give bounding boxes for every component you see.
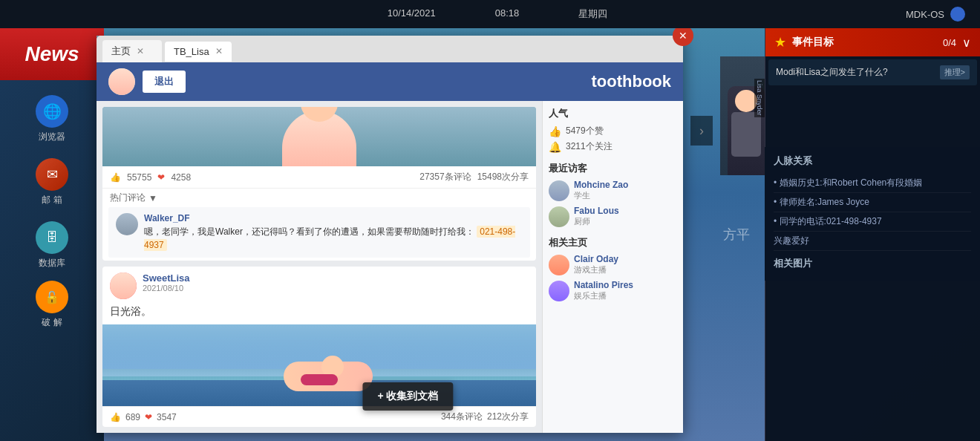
- tab-tb-lisa-close[interactable]: ✕: [215, 46, 223, 56]
- top-bar: 10/14/2021 08:18 星期四 MDK-OS: [0, 0, 980, 28]
- sidebar-hack[interactable]: 🔓 破 解: [36, 281, 68, 329]
- relations-title: 人脉关系: [774, 154, 971, 168]
- time-display: 08:18: [495, 7, 520, 21]
- relation-hobbies-text: 兴趣爱好: [774, 235, 809, 246]
- news-label: News: [24, 42, 79, 66]
- mail-icon: ✉: [36, 158, 68, 191]
- collect-button[interactable]: + 收集到文档: [362, 382, 453, 411]
- visitor-1-name: Mohcine Zao: [574, 180, 677, 190]
- toothbook-feed[interactable]: 👍 55755 ❤ 4258 27357条评论 15498次分享 热门评论 ▼: [97, 101, 542, 433]
- popularity-section: 人气 👍 5479个赞 🔔 3211个关注: [549, 107, 677, 153]
- visitor-1-info: Mohcine Zao 学生: [574, 180, 677, 201]
- post-1-shares: 15498次分享: [477, 171, 529, 183]
- date-display: 10/14/2021: [388, 7, 436, 21]
- visitor-2-info: Fabu Lous 厨师: [574, 206, 677, 227]
- event-chevron-icon[interactable]: ∨: [962, 36, 971, 50]
- post2-like-icon: 👍: [110, 412, 121, 422]
- sidebar-mail[interactable]: ✉ 邮 箱: [36, 158, 68, 206]
- post-2-image: [102, 324, 536, 406]
- relation-lawyer[interactable]: • 律师姓名:James Joyce: [774, 193, 971, 212]
- post-1: 👍 55755 ❤ 4258 27357条评论 15498次分享 热门评论 ▼: [102, 107, 536, 261]
- visitor-2-name: Fabu Lous: [574, 206, 677, 216]
- tab-home[interactable]: 主页 ✕: [102, 40, 162, 62]
- db-label: 数据库: [39, 257, 65, 270]
- toothbook-header: 退出 toothbook: [97, 62, 683, 101]
- relation-dot-2: •: [774, 197, 777, 207]
- tab-home-close[interactable]: ✕: [137, 46, 144, 56]
- browser-tabs: 主页 ✕ TB_Lisa ✕: [97, 36, 683, 62]
- mail-label: 邮 箱: [42, 194, 62, 206]
- left-sidebar: News 🌐 浏览器 ✉ 邮 箱 🗄 数据库 🔓: [0, 28, 104, 441]
- relation-classmate-text: 同学的电话:021-498-4937: [780, 216, 882, 226]
- visitor-2-avatar: [549, 206, 569, 227]
- event-header: ★ 事件目标 0/4 ∨: [765, 28, 980, 56]
- comment-body: Walker_DF 嗯，老同学，我是Walker，还记得吗？看到了你的遭遇，如果…: [144, 213, 523, 252]
- post-1-comments: 27357条评论: [419, 171, 471, 183]
- arrow-icon: ›: [699, 123, 704, 139]
- related-pages-section: 相关主页 Clair Oday 游戏主播 Natalino Pires 娱乐主播: [549, 236, 677, 301]
- right-panel: ★ 事件目标 0/4 ∨ Modi和Lisa之间发生了什么? 推理> 人脉关系 …: [765, 28, 980, 441]
- event-title: 事件目标: [792, 36, 937, 49]
- relation-classmate[interactable]: • 同学的电话:021-498-4937: [774, 212, 971, 232]
- character-portrait-area: Lisa Snyder: [720, 56, 765, 175]
- related-1-role: 游戏主播: [574, 264, 618, 275]
- post-2-comments: 344条评论: [441, 411, 483, 423]
- dropdown-icon: ▼: [148, 193, 157, 203]
- toothbook-sidebar: 人气 👍 5479个赞 🔔 3211个关注 最近访客: [542, 101, 683, 433]
- hack-label: 破 解: [42, 316, 62, 329]
- scene-next-arrow[interactable]: ›: [690, 116, 713, 146]
- relation-marriage[interactable]: • 婚姻历史1:和Robert Cohen有段婚姻: [774, 174, 971, 193]
- browser-label: 浏览器: [39, 131, 65, 143]
- visitors-section: 最近访客 Mohcine Zao 学生 Fabu Lous 厨师: [549, 162, 677, 227]
- related-2-avatar: [549, 281, 569, 301]
- commenter-name: Walker_DF: [144, 213, 523, 223]
- comment-text: 嗯，老同学，我是Walker，还记得吗？看到了你的遭遇，如果需要帮助随时打给我：…: [144, 225, 523, 252]
- relation-hobbies[interactable]: 兴趣爱好: [774, 232, 971, 251]
- post-2-date: 2021/08/10: [143, 284, 529, 293]
- related-2: Natalino Pires 娱乐主播: [549, 280, 677, 301]
- event-star-icon: ★: [774, 34, 786, 50]
- post-2-user: SweetLisa: [143, 272, 529, 284]
- weekday-display: 星期四: [578, 7, 607, 21]
- sidebar-browser[interactable]: 🌐 浏览器: [36, 95, 68, 143]
- post-1-likes: 55755: [127, 172, 151, 183]
- relations-panel: 人脉关系 • 婚姻历史1:和Robert Cohen有段婚姻 • 律师姓名:Ja…: [765, 147, 980, 281]
- post-2-info: SweetLisa 2021/08/10: [143, 272, 529, 293]
- close-icon: ✕: [679, 30, 687, 42]
- news-badge[interactable]: News: [0, 28, 104, 80]
- os-label: MDK-OS: [906, 9, 944, 20]
- tab-tb-lisa[interactable]: TB_Lisa ✕: [165, 42, 232, 62]
- event-item-action[interactable]: 推理>: [940, 65, 970, 79]
- post-2-text: 日光浴。: [102, 305, 536, 324]
- heart-icon: ❤: [157, 172, 165, 183]
- post2-heart-icon: ❤: [145, 412, 152, 422]
- tab-home-label: 主页: [111, 45, 131, 58]
- event-item[interactable]: Modi和Lisa之间发生了什么? 推理>: [768, 59, 977, 85]
- related-2-role: 娱乐主播: [574, 290, 633, 301]
- post-2-avatar: [110, 272, 137, 299]
- related-2-info: Natalino Pires 娱乐主播: [574, 280, 633, 301]
- likes-stat: 👍 5479个赞: [549, 125, 677, 137]
- popularity-title: 人气: [549, 107, 677, 120]
- logout-button[interactable]: 退出: [143, 71, 186, 93]
- event-progress: 0/4: [943, 37, 956, 48]
- desktop: News 🌐 浏览器 ✉ 邮 箱 🗄 数据库 🔓: [0, 28, 980, 441]
- post-2-hearts: 3547: [157, 412, 177, 422]
- related-1-name: Clair Oday: [574, 254, 618, 264]
- related-pages-title: 相关主页: [549, 236, 677, 249]
- relation-lawyer-text: 律师姓名:James Joyce: [780, 197, 869, 207]
- bell-icon: 🔔: [549, 141, 561, 153]
- db-icon: 🗄: [36, 221, 68, 254]
- post-2-header: SweetLisa 2021/08/10: [102, 267, 536, 305]
- sidebar-database[interactable]: 🗄 数据库: [36, 221, 68, 270]
- visitor-2-role: 厨师: [574, 216, 677, 227]
- visitor-2: Fabu Lous 厨师: [549, 206, 677, 227]
- browser-window: ✕ 主页 ✕ TB_Lisa ✕ 退出 toothbook: [97, 36, 683, 433]
- relation-dot-3: •: [774, 216, 777, 226]
- related-1: Clair Oday 游戏主播: [549, 254, 677, 275]
- post-2-stats: 👍 689 ❤ 3547 344条评论 212次分享: [102, 406, 536, 427]
- char-label-snyder: Lisa Snyder: [754, 79, 765, 117]
- browser-close-button[interactable]: ✕: [673, 25, 693, 46]
- likes-count: 5479个赞: [566, 125, 604, 137]
- scene-text: 方平: [723, 223, 750, 246]
